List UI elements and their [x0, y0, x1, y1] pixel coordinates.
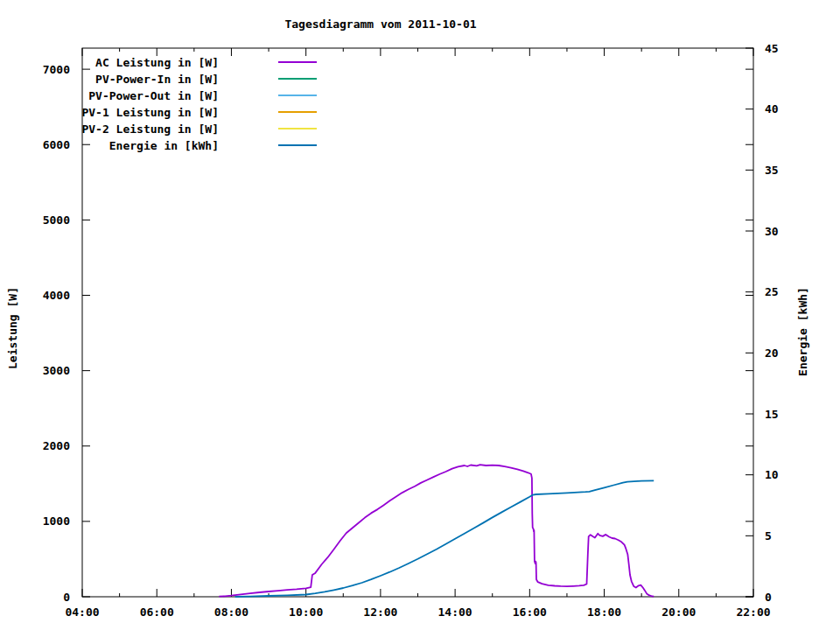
x-tick-label: 14:00 — [438, 606, 472, 619]
y-tick-label: 2000 — [43, 439, 70, 452]
y2-tick-label: 5 — [765, 529, 772, 542]
y2-tick-label: 30 — [765, 225, 779, 238]
y-tick-label: 6000 — [43, 138, 70, 151]
legend-label: PV-Power-In in [W] — [95, 73, 219, 86]
y-tick-label: 5000 — [43, 214, 70, 227]
y-tick-label: 0 — [63, 591, 70, 604]
y-tick-label: 1000 — [43, 514, 70, 528]
x-tick-label: 20:00 — [662, 606, 696, 619]
y-axis-label: Leistung [W] — [6, 287, 19, 369]
x-tick-label: 16:00 — [513, 606, 547, 619]
x-tick-label: 18:00 — [587, 606, 621, 619]
y2-tick-label: 25 — [765, 285, 779, 298]
x-tick-label: 10:00 — [289, 606, 323, 619]
y2-tick-label: 20 — [765, 346, 779, 360]
series-lines — [219, 465, 654, 597]
y2-tick-label: 45 — [765, 42, 779, 55]
y2-tick-label: 10 — [765, 468, 779, 481]
legend-label: PV-1 Leistung in [W] — [81, 106, 219, 119]
y-tick-label: 3000 — [43, 364, 70, 377]
y2-tick-label: 40 — [765, 102, 779, 116]
plot-area: Tagesdiagramm vom 2011-10-01 Leistung [W… — [0, 0, 840, 630]
x-tick-label: 22:00 — [736, 606, 770, 619]
legend-label: PV-Power-Out in [W] — [88, 89, 219, 102]
x-tick-label: 08:00 — [214, 606, 248, 619]
series-line-5 — [235, 480, 654, 597]
chart-title: Tagesdiagramm vom 2011-10-01 — [284, 18, 476, 31]
legend: AC Leistung in [W]PV-Power-In in [W]PV-P… — [81, 56, 317, 152]
legend-label: AC Leistung in [W] — [95, 56, 219, 69]
legend-label: Energie in [kWh] — [109, 139, 219, 152]
y2-tick-label: 0 — [765, 591, 772, 604]
y2-tick-label: 15 — [765, 408, 779, 421]
chart-screen: Tagesdiagramm vom 2011-10-01 Leistung [W… — [0, 0, 840, 630]
y2-tick-label: 35 — [765, 164, 779, 177]
legend-label: PV-2 Leistung in [W] — [81, 122, 219, 136]
x-tick-label: 04:00 — [65, 606, 99, 619]
x-tick-label: 12:00 — [363, 606, 397, 619]
y2-axis-label: Energie [kWh] — [796, 287, 809, 376]
y-tick-label: 4000 — [43, 289, 70, 302]
y-tick-label: 7000 — [43, 63, 70, 76]
x-tick-label: 06:00 — [140, 606, 174, 619]
series-line-0 — [219, 465, 654, 597]
